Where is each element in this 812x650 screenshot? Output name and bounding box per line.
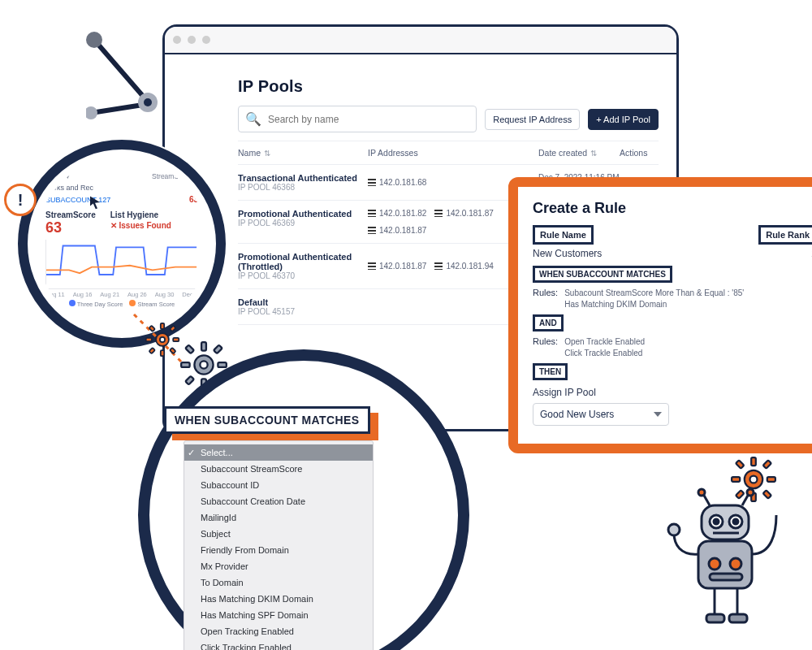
window-dot [188,36,196,44]
svg-point-0 [86,32,102,48]
score-title: StreamScore [45,210,96,219]
score-title: List Hygiene [110,210,171,219]
ip-text: 142.0.181.94 [446,262,493,271]
svg-point-38 [733,519,738,524]
issues-text: Issues Found [119,221,171,230]
svg-point-36 [714,519,719,524]
tick: Aug 26 [127,291,147,298]
dropdown-option[interactable]: Subaccount ID [184,477,373,493]
x-icon: ✕ [110,221,117,230]
rules-text: Open Trackle Enabled Click Trackle Enabl… [564,336,645,358]
svg-point-41 [698,489,705,496]
request-ip-button[interactable]: Request IP Address [485,109,580,130]
tick: Aug 30 [155,291,175,298]
row-name[interactable]: Transactional Authenticated IP POOL 4636… [238,173,368,192]
search-icon: 🔍 [245,111,261,127]
connector-dashes [130,310,187,367]
col-label: Actions [620,148,647,158]
row-name[interactable]: Default IP POOL 45157 [238,297,368,316]
dropdown-option[interactable]: Click Tracking Enabled [184,639,373,650]
search-input[interactable] [266,113,469,126]
dropdown-option[interactable]: Has Matching DKIM Domain [184,591,373,607]
sort-icon: ⇅ [590,149,597,158]
stage: IP Pools 🔍 Request IP Address + Add IP P… [0,0,812,650]
dropdown-option[interactable]: Mx Provider [184,558,373,574]
mini-col: StreamScore ▾ [152,172,198,180]
tick: Aug 21 [100,291,119,298]
ip-tag: 142.0.181.87 [434,209,493,218]
dropdown-option[interactable]: Select... [184,444,373,461]
server-icon [368,210,376,217]
create-rule-panel: Create a Rule Rule Name Rule Rank New Cu… [508,177,812,453]
row-subtitle: IP POOL 46370 [238,271,368,280]
when-chip: WHEN SUBACCOUNT MATCHES [533,266,672,283]
col-date[interactable]: Date created⇅ [538,148,620,158]
window-dot [202,36,210,44]
svg-point-2 [144,98,152,106]
select-value: Good New Users [540,409,614,420]
tick: Dec 1 [182,291,198,298]
mini-col: Name ▾ [45,172,70,180]
and-chip: AND [533,314,564,332]
dropdown-option[interactable]: Subject [184,526,373,542]
rules-label: Rules: [533,336,558,346]
rule-name-chip: Rule Name [533,225,594,245]
alert-badge: ! [4,184,37,216]
rules-block-2: Rules: Open Trackle Enabled Click Trackl… [533,336,812,358]
assign-label: Assign IP Pool [533,387,812,398]
ip-tag: 142.0.181.82 [368,209,426,218]
server-icon [434,210,443,217]
rule-line: Open Trackle Enabled [564,336,645,348]
col-name[interactable]: Name⇅ [238,148,368,158]
legend-label: Three Day Score [77,301,123,308]
window-dot [173,36,181,44]
dropdown-option[interactable]: Subaccount Creation Date [184,493,373,509]
mini-header: Name ▾ StreamScore ▾ [45,172,198,180]
row-title: Transactional Authenticated [238,173,368,183]
ip-pool-select[interactable]: Good New Users [533,403,669,426]
ip-tag: 142.0.181.94 [434,252,493,280]
ip-text: 142.0.181.68 [379,178,426,187]
col-label: Name [238,148,261,158]
ip-text: 142.0.181.82 [379,209,426,218]
chart-xaxis: Aug 11 Aug 16 Aug 21 Aug 26 Aug 30 Dec 1 [45,291,198,298]
robot-illustration [656,476,794,639]
subaccount-matches-dropdown[interactable]: Select... Subaccount StreamScore Subacco… [184,440,374,650]
legend-swatch [69,300,76,306]
analytics-lens: Name ▾ StreamScore ▾ Parks and Rec SUBAC… [18,140,226,348]
list-hygiene: List Hygiene ✕ Issues Found [110,210,171,230]
svg-rect-47 [710,574,742,580]
rule-header-row: Rule Name Rule Rank [533,225,812,245]
rule-name-value: New Customers [533,248,602,259]
svg-point-3 [86,106,97,119]
svg-point-48 [668,524,680,535]
rules-label: Rules: [533,288,558,297]
row-subtitle: IP POOL 46368 [238,183,368,192]
dropdown-option[interactable]: Friendly From Domain [184,542,373,558]
window-titlebar [165,27,676,54]
chart-legend: Three Day Score Stream Score [45,300,198,308]
ip-tag: 142.0.181.87 [368,226,426,235]
search[interactable]: 🔍 [238,106,477,132]
dropdown-option[interactable]: MailingId [184,509,373,526]
dropdown-option[interactable]: Open Tracking Enabled [184,623,373,639]
rules-block-1: Rules: Subacount StreamScore More Than &… [533,288,812,310]
mini-row: SUBACCOUNT 127 63 [45,195,198,204]
row-subtitle: IP POOL 45157 [238,307,368,316]
row-subtitle: IP POOL 46369 [238,219,368,228]
row-name[interactable]: Promotional Authenticated (Throttled) IP… [238,252,368,280]
sort-icon: ⇅ [264,149,270,158]
add-ip-pool-button[interactable]: + Add IP Pool [588,109,659,130]
dropdown-option[interactable]: Subaccount StreamScore [184,461,373,477]
dropdown-option[interactable]: Has Matching SPF Domain [184,607,373,623]
analytics-content: Name ▾ StreamScore ▾ Parks and Rec SUBAC… [36,158,208,330]
table-header: Name⇅ IP Addresses Date created⇅ Actions [238,141,659,165]
svg-rect-26 [751,457,756,466]
dropdown-option[interactable]: To Domain [184,574,373,591]
rule-rank-chip: Rule Rank [758,225,812,245]
row-name[interactable]: Promotional Authenticated IP POOL 46369 [238,209,368,235]
svg-rect-30 [736,460,744,468]
rule-values: New Customers 2 [533,248,812,259]
row-title: Promotional Authenticated (Throttled) [238,252,368,271]
rule-card: Create a Rule Rule Name Rule Rank New Cu… [533,200,812,426]
